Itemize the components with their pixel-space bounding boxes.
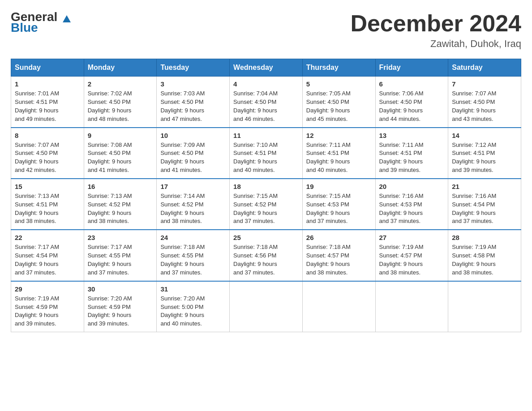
day-number: 20 <box>379 183 445 190</box>
day-info: Sunrise: 7:14 AMSunset: 4:52 PMDaylight:… <box>160 192 226 226</box>
day-number: 27 <box>379 234 445 241</box>
day-info: Sunrise: 7:07 AMSunset: 4:50 PMDaylight:… <box>452 90 517 123</box>
calendar-cell: 26Sunrise: 7:18 AMSunset: 4:57 PMDayligh… <box>302 230 375 281</box>
day-number: 15 <box>15 183 80 190</box>
day-number: 30 <box>88 285 153 293</box>
day-info: Sunrise: 7:11 AMSunset: 4:51 PMDaylight:… <box>306 141 372 175</box>
day-number: 25 <box>233 234 299 241</box>
day-number: 1 <box>15 80 80 88</box>
calendar-table: SundayMondayTuesdayWednesdayThursdayFrid… <box>11 59 521 332</box>
calendar-cell: 21Sunrise: 7:16 AMSunset: 4:54 PMDayligh… <box>448 179 521 230</box>
header-tuesday: Tuesday <box>157 59 230 77</box>
day-number: 13 <box>379 132 445 139</box>
day-info: Sunrise: 7:15 AMSunset: 4:53 PMDaylight:… <box>306 192 372 226</box>
header-saturday: Saturday <box>448 59 521 77</box>
day-info: Sunrise: 7:09 AMSunset: 4:50 PMDaylight:… <box>160 141 226 175</box>
calendar-cell: 9Sunrise: 7:08 AMSunset: 4:50 PMDaylight… <box>84 128 157 179</box>
main-title: December 2024 <box>350 11 521 36</box>
day-info: Sunrise: 7:11 AMSunset: 4:51 PMDaylight:… <box>379 141 445 175</box>
day-info: Sunrise: 7:19 AMSunset: 4:57 PMDaylight:… <box>379 243 445 277</box>
week-row-3: 15Sunrise: 7:13 AMSunset: 4:51 PMDayligh… <box>11 179 521 230</box>
calendar-cell: 10Sunrise: 7:09 AMSunset: 4:50 PMDayligh… <box>157 128 230 179</box>
calendar-cell: 4Sunrise: 7:04 AMSunset: 4:50 PMDaylight… <box>230 77 303 128</box>
header-thursday: Thursday <box>302 59 375 77</box>
calendar-cell: 20Sunrise: 7:16 AMSunset: 4:53 PMDayligh… <box>375 179 448 230</box>
header-friday: Friday <box>375 59 448 77</box>
calendar-cell: 29Sunrise: 7:19 AMSunset: 4:59 PMDayligh… <box>11 281 84 332</box>
day-number: 24 <box>160 234 226 241</box>
calendar-cell: 1Sunrise: 7:01 AMSunset: 4:51 PMDaylight… <box>11 77 84 128</box>
calendar-header: SundayMondayTuesdayWednesdayThursdayFrid… <box>11 59 521 77</box>
day-info: Sunrise: 7:10 AMSunset: 4:51 PMDaylight:… <box>233 141 299 175</box>
calendar-cell <box>375 281 448 332</box>
day-info: Sunrise: 7:05 AMSunset: 4:50 PMDaylight:… <box>306 90 372 123</box>
calendar-cell: 6Sunrise: 7:06 AMSunset: 4:50 PMDaylight… <box>375 77 448 128</box>
calendar-cell: 7Sunrise: 7:07 AMSunset: 4:50 PMDaylight… <box>448 77 521 128</box>
calendar-cell: 8Sunrise: 7:07 AMSunset: 4:50 PMDaylight… <box>11 128 84 179</box>
day-number: 17 <box>160 183 226 190</box>
day-info: Sunrise: 7:03 AMSunset: 4:50 PMDaylight:… <box>160 90 226 123</box>
day-number: 28 <box>452 234 517 241</box>
week-row-5: 29Sunrise: 7:19 AMSunset: 4:59 PMDayligh… <box>11 281 521 332</box>
calendar-cell: 23Sunrise: 7:17 AMSunset: 4:55 PMDayligh… <box>84 230 157 281</box>
day-info: Sunrise: 7:15 AMSunset: 4:52 PMDaylight:… <box>233 192 299 226</box>
day-number: 26 <box>306 234 372 241</box>
calendar-cell <box>302 281 375 332</box>
day-number: 4 <box>233 80 299 88</box>
calendar-cell: 15Sunrise: 7:13 AMSunset: 4:51 PMDayligh… <box>11 179 84 230</box>
day-info: Sunrise: 7:18 AMSunset: 4:56 PMDaylight:… <box>233 243 299 277</box>
day-number: 31 <box>160 285 226 293</box>
day-info: Sunrise: 7:17 AMSunset: 4:55 PMDaylight:… <box>88 243 153 277</box>
calendar-cell <box>230 281 303 332</box>
week-row-1: 1Sunrise: 7:01 AMSunset: 4:51 PMDaylight… <box>11 77 521 128</box>
calendar-cell: 16Sunrise: 7:13 AMSunset: 4:52 PMDayligh… <box>84 179 157 230</box>
header-row: SundayMondayTuesdayWednesdayThursdayFrid… <box>11 59 521 77</box>
day-number: 11 <box>233 132 299 139</box>
day-number: 9 <box>88 132 153 139</box>
day-number: 7 <box>452 80 517 88</box>
day-number: 12 <box>306 132 372 139</box>
logo: General Blue <box>11 11 62 35</box>
day-number: 29 <box>15 285 80 293</box>
calendar-cell: 22Sunrise: 7:17 AMSunset: 4:54 PMDayligh… <box>11 230 84 281</box>
day-info: Sunrise: 7:19 AMSunset: 4:59 PMDaylight:… <box>15 295 80 328</box>
day-info: Sunrise: 7:13 AMSunset: 4:52 PMDaylight:… <box>88 192 153 226</box>
day-number: 14 <box>452 132 517 139</box>
title-block: December 2024 Zawitah, Duhok, Iraq <box>350 11 521 50</box>
calendar-cell: 19Sunrise: 7:15 AMSunset: 4:53 PMDayligh… <box>302 179 375 230</box>
week-row-2: 8Sunrise: 7:07 AMSunset: 4:50 PMDaylight… <box>11 128 521 179</box>
calendar-cell: 27Sunrise: 7:19 AMSunset: 4:57 PMDayligh… <box>375 230 448 281</box>
calendar-cell <box>448 281 521 332</box>
day-number: 8 <box>15 132 80 139</box>
header-sunday: Sunday <box>11 59 84 77</box>
page-header: General Blue December 2024 Zawitah, Duho… <box>11 11 521 50</box>
day-info: Sunrise: 7:20 AMSunset: 4:59 PMDaylight:… <box>88 295 153 328</box>
day-info: Sunrise: 7:06 AMSunset: 4:50 PMDaylight:… <box>379 90 445 123</box>
day-info: Sunrise: 7:13 AMSunset: 4:51 PMDaylight:… <box>15 192 80 226</box>
day-number: 5 <box>306 80 372 88</box>
day-info: Sunrise: 7:12 AMSunset: 4:51 PMDaylight:… <box>452 141 517 175</box>
day-info: Sunrise: 7:07 AMSunset: 4:50 PMDaylight:… <box>15 141 80 175</box>
calendar-cell: 24Sunrise: 7:18 AMSunset: 4:55 PMDayligh… <box>157 230 230 281</box>
calendar-cell: 5Sunrise: 7:05 AMSunset: 4:50 PMDaylight… <box>302 77 375 128</box>
day-info: Sunrise: 7:01 AMSunset: 4:51 PMDaylight:… <box>15 90 80 123</box>
day-number: 23 <box>88 234 153 241</box>
day-number: 16 <box>88 183 153 190</box>
day-info: Sunrise: 7:04 AMSunset: 4:50 PMDaylight:… <box>233 90 299 123</box>
calendar-cell: 28Sunrise: 7:19 AMSunset: 4:58 PMDayligh… <box>448 230 521 281</box>
calendar-cell: 12Sunrise: 7:11 AMSunset: 4:51 PMDayligh… <box>302 128 375 179</box>
calendar-cell: 13Sunrise: 7:11 AMSunset: 4:51 PMDayligh… <box>375 128 448 179</box>
day-info: Sunrise: 7:08 AMSunset: 4:50 PMDaylight:… <box>88 141 153 175</box>
day-info: Sunrise: 7:20 AMSunset: 5:00 PMDaylight:… <box>160 295 226 328</box>
header-monday: Monday <box>84 59 157 77</box>
calendar-cell: 14Sunrise: 7:12 AMSunset: 4:51 PMDayligh… <box>448 128 521 179</box>
day-info: Sunrise: 7:02 AMSunset: 4:50 PMDaylight:… <box>88 90 153 123</box>
day-info: Sunrise: 7:16 AMSunset: 4:54 PMDaylight:… <box>452 192 517 226</box>
day-number: 10 <box>160 132 226 139</box>
week-row-4: 22Sunrise: 7:17 AMSunset: 4:54 PMDayligh… <box>11 230 521 281</box>
calendar-cell: 17Sunrise: 7:14 AMSunset: 4:52 PMDayligh… <box>157 179 230 230</box>
day-info: Sunrise: 7:17 AMSunset: 4:54 PMDaylight:… <box>15 243 80 277</box>
day-number: 6 <box>379 80 445 88</box>
day-number: 2 <box>88 80 153 88</box>
calendar-cell: 18Sunrise: 7:15 AMSunset: 4:52 PMDayligh… <box>230 179 303 230</box>
